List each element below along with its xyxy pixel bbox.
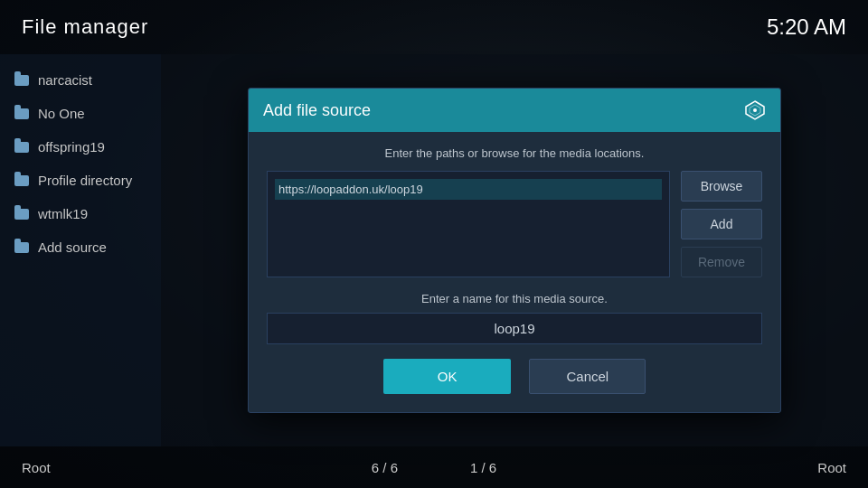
dialog-actions: OK Cancel	[267, 359, 762, 394]
clock: 5:20 AM	[767, 14, 846, 40]
sidebar-item-add-source[interactable]: Add source	[0, 230, 161, 264]
footer-right: Root	[817, 460, 846, 475]
sidebar: narcacist No One offspring19 Profile dir…	[0, 54, 161, 446]
app-title: File manager	[22, 15, 148, 39]
sidebar-item-no-one[interactable]: No One	[0, 97, 161, 130]
kodi-icon	[744, 99, 766, 121]
modal-overlay: Add file source Enter the paths or brows…	[161, 54, 868, 446]
folder-icon	[14, 242, 29, 253]
footer-left: Root	[22, 460, 51, 475]
dialog-title: Add file source	[263, 101, 371, 120]
folder-icon	[14, 108, 29, 119]
name-instruction: Enter a name for this media source.	[267, 292, 762, 305]
header-bar: File manager 5:20 AM	[0, 0, 868, 54]
add-file-source-dialog: Add file source Enter the paths or brows…	[248, 88, 781, 413]
folder-icon	[14, 142, 29, 153]
sidebar-item-wtmlk19[interactable]: wtmlk19	[0, 197, 161, 230]
paths-buttons: Browse Add Remove	[681, 171, 762, 277]
folder-icon	[14, 175, 29, 186]
paths-instruction: Enter the paths or browse for the media …	[267, 146, 762, 160]
main-content: Add file source Enter the paths or brows…	[161, 54, 868, 446]
svg-point-2	[753, 108, 757, 112]
sidebar-item-narcacist[interactable]: narcacist	[0, 63, 161, 97]
remove-button: Remove	[681, 247, 762, 277]
folder-icon	[14, 209, 29, 220]
paths-row: https://loopaddon.uk/loop19 Browse Add R…	[267, 171, 762, 277]
source-name-input[interactable]	[267, 313, 762, 344]
footer-page-left: 6 / 6	[372, 460, 398, 475]
ok-button[interactable]: OK	[383, 359, 512, 394]
footer-bar: Root 6 / 6 1 / 6 Root	[0, 446, 868, 488]
browse-button[interactable]: Browse	[681, 171, 762, 202]
sidebar-item-offspring19[interactable]: offspring19	[0, 130, 161, 164]
footer-page-right: 1 / 6	[470, 460, 496, 475]
footer-center: 6 / 6 1 / 6	[372, 460, 496, 475]
add-button[interactable]: Add	[681, 209, 762, 239]
path-item[interactable]: https://loopaddon.uk/loop19	[275, 179, 662, 200]
cancel-button[interactable]: Cancel	[529, 359, 646, 394]
sidebar-item-profile-directory[interactable]: Profile directory	[0, 164, 161, 197]
dialog-body: Enter the paths or browse for the media …	[249, 132, 780, 412]
dialog-header: Add file source	[249, 89, 780, 132]
folder-icon	[14, 75, 29, 86]
paths-list[interactable]: https://loopaddon.uk/loop19	[267, 171, 670, 277]
